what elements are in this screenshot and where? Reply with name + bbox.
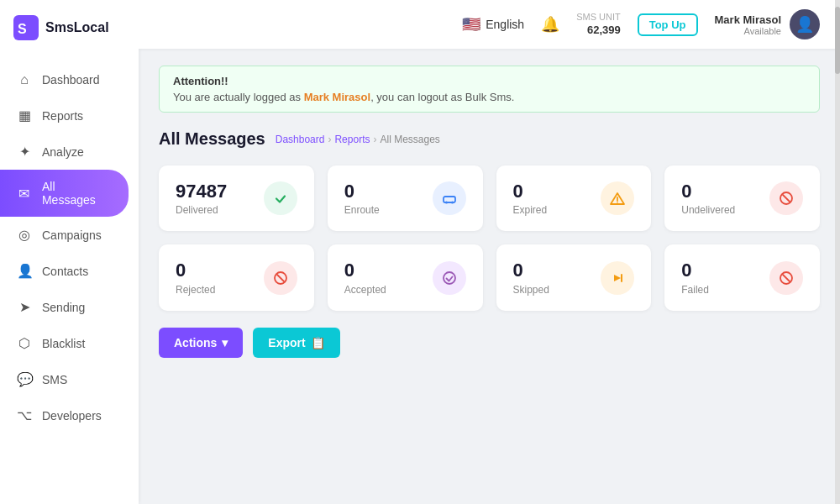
actions-button[interactable]: Actions ▾ xyxy=(159,328,243,358)
sidebar-item-label: Campaigns xyxy=(42,228,102,242)
stat-label-rejected: Rejected xyxy=(176,284,215,296)
sms-unit-display: SMS UNIT 62,399 xyxy=(576,11,621,37)
attention-banner: Attention!! You are actually logged as M… xyxy=(159,66,820,113)
sidebar-item-campaigns[interactable]: ◎ Campaigns xyxy=(0,217,139,253)
stat-label-undelivered: Undelivered xyxy=(681,204,735,216)
breadcrumb-current: All Messages xyxy=(380,134,439,145)
sidebar-item-sms[interactable]: 💬 SMS xyxy=(0,361,139,397)
stat-card-enroute: 0 Enroute xyxy=(328,165,483,231)
main-area: 🇺🇸 English 🔔 SMS UNIT 62,399 Top Up Mark… xyxy=(139,0,840,504)
stat-card-undelivered: 0 Undelivered xyxy=(664,165,820,231)
stat-label-delivered: Delivered xyxy=(176,204,227,216)
topup-button[interactable]: Top Up xyxy=(638,13,698,36)
avatar: 👤 xyxy=(790,9,820,39)
stat-card-delivered: 97487 Delivered xyxy=(159,165,314,231)
sidebar-item-dashboard[interactable]: ⌂ Dashboard xyxy=(0,62,139,97)
stat-card-expired: 0 Expired xyxy=(496,165,652,231)
sidebar-item-analyze[interactable]: ✦ Analyze xyxy=(0,134,139,170)
actions-label: Actions xyxy=(174,336,217,349)
stat-label-enroute: Enroute xyxy=(344,204,380,216)
home-icon: ⌂ xyxy=(17,72,32,87)
stat-value-failed: 0 xyxy=(681,260,709,281)
user-name: Mark Mirasol xyxy=(715,13,781,26)
user-status: Available xyxy=(715,26,781,36)
stat-info-enroute: 0 Enroute xyxy=(344,181,380,216)
attention-text-after: , you can logout as Bulk Sms. xyxy=(370,91,514,103)
stat-value-skipped: 0 xyxy=(513,260,549,281)
stat-value-rejected: 0 xyxy=(176,260,215,281)
scrollbar-thumb[interactable] xyxy=(835,7,840,74)
breadcrumb-dashboard[interactable]: Dashboard xyxy=(276,134,325,145)
stat-value-accepted: 0 xyxy=(344,260,386,281)
attention-user-link[interactable]: Mark Mirasol xyxy=(304,91,370,103)
sidebar-item-label: Analyze xyxy=(42,145,84,159)
enroute-icon xyxy=(433,181,466,215)
actions-bar: Actions ▾ Export 📋 xyxy=(159,328,820,358)
notification-bell-icon[interactable]: 🔔 xyxy=(541,15,559,34)
messages-icon: ✉ xyxy=(17,186,32,202)
export-file-icon: 📋 xyxy=(311,336,325,349)
sms-unit-value: 62,399 xyxy=(587,24,621,38)
failed-icon xyxy=(769,261,803,295)
stat-label-failed: Failed xyxy=(681,284,709,296)
page-header: All Messages Dashboard › Reports › All M… xyxy=(159,129,820,149)
sidebar-item-developers[interactable]: ⌥ Developers xyxy=(0,397,139,433)
attention-title: Attention!! xyxy=(173,75,806,87)
stat-label-accepted: Accepted xyxy=(344,284,386,296)
sidebar-item-label: All Messages xyxy=(42,180,112,207)
sidebar-nav: ⌂ Dashboard ▦ Reports ✦ Analyze ✉ All Me… xyxy=(0,55,139,440)
svg-point-15 xyxy=(444,272,455,284)
svg-text:S: S xyxy=(18,22,27,36)
sidebar-item-sending[interactable]: ➤ Sending xyxy=(0,289,139,325)
sidebar-item-blacklist[interactable]: ⬡ Blacklist xyxy=(0,325,139,361)
sidebar-item-contacts[interactable]: 👤 Contacts xyxy=(0,253,139,289)
app-name: SmsLocal xyxy=(45,20,109,35)
stat-value-enroute: 0 xyxy=(344,181,380,202)
sidebar-item-label: Dashboard xyxy=(42,73,100,87)
undelivered-icon xyxy=(769,181,803,215)
stat-info-undelivered: 0 Undelivered xyxy=(681,181,735,216)
svg-point-9 xyxy=(617,202,618,203)
chevron-down-icon: ▾ xyxy=(222,336,228,349)
sidebar: S SmsLocal ⌂ Dashboard ▦ Reports ✦ Analy… xyxy=(0,0,139,504)
sidebar-item-label: Sending xyxy=(42,301,85,314)
blacklist-icon: ⬡ xyxy=(17,335,32,351)
sms-unit-label: SMS UNIT xyxy=(576,11,621,23)
stat-info-skipped: 0 Skipped xyxy=(513,260,549,295)
skipped-icon xyxy=(601,261,634,295)
breadcrumb-sep-2: › xyxy=(373,134,376,145)
sms-icon: 💬 xyxy=(17,371,32,387)
svg-rect-2 xyxy=(271,189,290,207)
accepted-icon xyxy=(433,261,466,295)
stat-value-undelivered: 0 xyxy=(681,181,735,202)
export-button[interactable]: Export 📋 xyxy=(253,328,339,358)
stat-card-skipped: 0 Skipped xyxy=(496,244,652,310)
rejected-icon xyxy=(264,261,297,295)
attention-text-before: You are actually logged as xyxy=(173,91,304,103)
content-area: Attention!! You are actually logged as M… xyxy=(139,49,840,504)
stat-label-expired: Expired xyxy=(513,204,548,216)
stat-info-delivered: 97487 Delivered xyxy=(176,181,227,216)
language-selector[interactable]: 🇺🇸 English xyxy=(462,15,524,34)
svg-point-6 xyxy=(451,202,454,204)
stats-grid-row1: 97487 Delivered 0 Enroute 0 xyxy=(159,165,820,231)
contacts-icon: 👤 xyxy=(17,263,32,279)
stat-value-expired: 0 xyxy=(513,181,548,202)
page-title: All Messages xyxy=(159,129,265,149)
delivered-icon xyxy=(264,181,297,215)
sidebar-logo: S SmsLocal xyxy=(0,0,139,55)
sidebar-item-all-messages[interactable]: ✉ All Messages xyxy=(0,170,129,217)
breadcrumb-sep-1: › xyxy=(328,134,331,145)
svg-line-14 xyxy=(277,275,284,281)
reports-icon: ▦ xyxy=(17,108,32,123)
breadcrumb-reports[interactable]: Reports xyxy=(334,134,370,145)
sidebar-item-label: Blacklist xyxy=(42,337,85,350)
flag-icon: 🇺🇸 xyxy=(462,15,480,34)
breadcrumb: Dashboard › Reports › All Messages xyxy=(276,134,440,145)
sidebar-item-reports[interactable]: ▦ Reports xyxy=(0,97,139,134)
user-info: Mark Mirasol Available 👤 xyxy=(715,9,820,39)
language-label: English xyxy=(486,18,524,31)
sidebar-item-label: Contacts xyxy=(42,265,88,278)
analyze-icon: ✦ xyxy=(17,144,32,160)
user-text: Mark Mirasol Available xyxy=(715,13,781,36)
